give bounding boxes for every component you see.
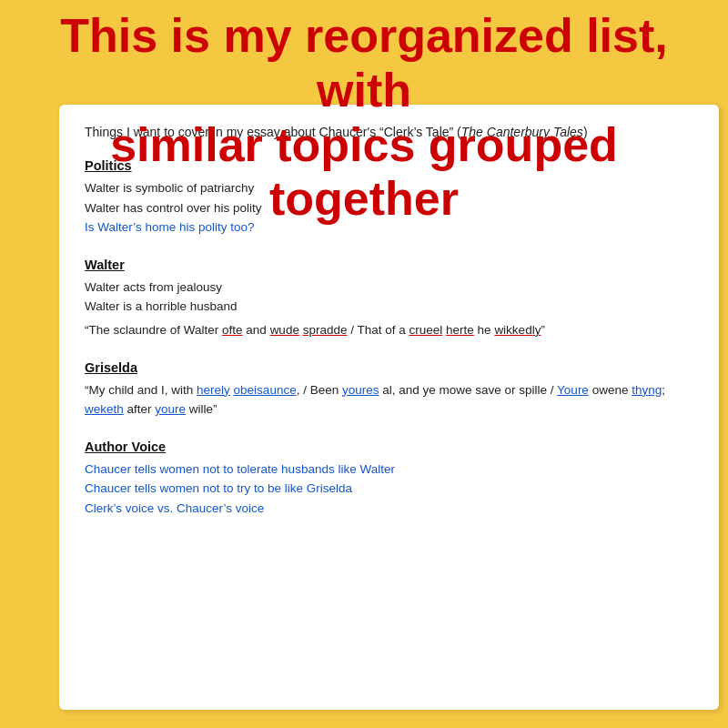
section-griselda: Griselda “My child and I, with herely ob… <box>85 360 693 420</box>
section-heading-politics: Politics <box>85 158 693 173</box>
document-title: Things I want to cover in my essay about… <box>85 123 693 142</box>
section-heading-walter: Walter <box>85 258 693 272</box>
list-item: Walter is symbolic of patriarchy <box>85 178 693 198</box>
list-item: Chaucer tells women not to tolerate husb… <box>85 460 693 480</box>
section-heading-author-voice: Author Voice <box>85 440 693 454</box>
griselda-quote: “My child and I, with herely obeisaunce,… <box>85 380 693 420</box>
list-item: Chaucer tells women not to try to be lik… <box>85 479 693 499</box>
list-item: Walter has control over his polity <box>85 198 693 218</box>
section-walter: Walter Walter acts from jealousy Walter … <box>85 258 693 340</box>
list-item: Walter acts from jealousy <box>85 278 693 298</box>
list-item: Clerk’s voice vs. Chaucer’s voice <box>85 499 693 519</box>
document-card: Things I want to cover in my essay about… <box>59 105 719 710</box>
section-politics: Politics Walter is symbolic of patriarch… <box>85 158 693 238</box>
walter-quote: “The sclaundre of Walter ofte and wude s… <box>85 320 693 340</box>
list-item: Walter is a horrible husband <box>85 297 693 317</box>
list-item: Is Walter’s home his polity too? <box>85 217 693 238</box>
section-author-voice: Author Voice Chaucer tells women not to … <box>85 440 693 519</box>
section-heading-griselda: Griselda <box>85 360 693 375</box>
